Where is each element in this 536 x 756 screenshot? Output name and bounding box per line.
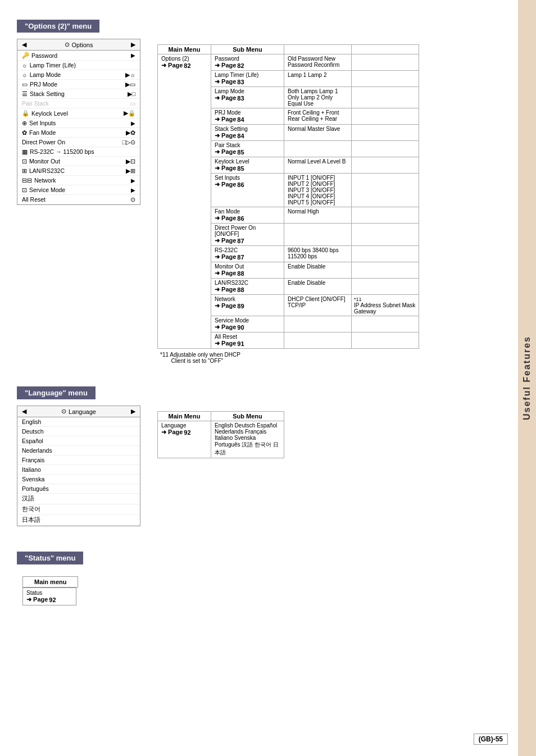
sub-monitor-out: Monitor Out ➜ Page 88 [211,262,284,279]
suboptions-password [352,54,419,71]
main-content: "Options (2)" menu ◀ ⊙ Options ▶ � [0,0,518,756]
menu-item-service: ⊡ Service Mode ▶ [17,185,140,195]
options-service-mode [284,316,352,333]
status-page-ref: ➜ Page 92 [26,596,72,603]
page-ref-87b: ➜ Page 87 [215,253,280,261]
sub-direct-power: Direct Power On [ON/OFF] ➜ Page 87 [211,224,284,246]
lang-main-header: Main Menu [158,412,211,421]
menu-item-rs232c: ▦ RS-232C → 115200 bps [17,147,140,157]
options-password: Old Password New Password Reconfirm [284,54,352,71]
options2-title: "Options (2)" menu [17,20,99,33]
reset-icon: ⊙ [130,196,135,203]
sub-stack: Stack Setting ➜ Page 84 [211,125,284,141]
lamp-timer-icon: ☼ [22,62,28,69]
page-ref-85a: ➜ Page 85 [215,148,280,156]
sub-lan-rs232c: LAN/RS232C ➜ Page 88 [211,279,284,295]
menu-item-stack-setting: ☰ Stack Setting ▶□ [17,89,140,99]
lang-nederlands: Nederlands [17,446,140,456]
menu-item-lan: ⊞ LAN/RS232C ▶⊞ [17,166,140,176]
options-pair-stack [284,141,352,157]
language-menu-box: ◀ ⊙ Language ▶ English Deutsch Español N… [17,406,140,526]
options-rs232c: 9600 bps 38400 bps 115200 bps [284,246,352,262]
sub-lamp-timer: Lamp Timer (Life) ➜ Page 83 [211,71,284,87]
lang-portugues: Português [17,484,140,494]
sub-pair-stack: Pair Stack ➜ Page 85 [211,141,284,157]
lang-japanese: 日本語 [17,515,140,526]
page-ref-82b: ➜ Page 82 [215,62,280,69]
page-ref-83b: ➜ Page 83 [215,94,280,102]
options-icon: ⊙ [65,41,70,48]
lang-diagram-table: Main Menu Sub Menu Language ➜ Page 92 [157,411,284,458]
lang-francais: Français [17,456,140,465]
sub-menu-header: Sub Menu [211,45,284,54]
options-monitor-out: Enable Disable [284,262,352,279]
menu-item-network: ⊟⊟ Network ▶ [17,176,140,185]
page-ref-87a: ➜ Page 87 [215,237,280,244]
menu-title: Options [72,42,93,48]
options-direct-power [284,224,352,246]
page-ref-91: ➜ Page 91 [215,340,280,347]
sub-password: Password ➜ Page 82 [211,54,284,71]
language-title: "Language" menu [17,386,96,399]
lamp-mode-icon: ☼ [22,71,28,78]
options2-section: "Options (2)" menu ◀ ⊙ Options ▶ � [17,11,507,364]
stack-icon: ☰ [22,90,28,97]
status-diagram: Main menu Status ➜ Page 92 [22,576,78,605]
options-fan-mode: Normal High [284,207,352,224]
options-lamp-timer: Lamp 1 Lamp 2 [284,71,352,87]
menu-item-direct-power: Direct Power On □▷⊙ [17,138,140,147]
status-table: Status ➜ Page 92 [22,588,76,605]
options-stack: Normal Master Slave [284,125,352,141]
row-password: Options (2) ➜ Page 82 Password ➜ Page 82… [158,54,419,71]
lang-row: Language ➜ Page 92 English Deutsch Españ… [158,421,284,458]
menu-item-set-inputs: ⊕ Set Inputs ▶ [17,119,140,128]
left-arrow-icon: ◀ [22,41,26,48]
options-header [284,45,352,54]
language-section: "Language" menu ◀ ⊙ Language ▶ English D… [17,378,507,532]
menu-item-pair-stack: Pair Stack ▭ [17,99,140,108]
options-lamp-mode: Both Lamps Lamp 1 Only Lamp 2 Only Equal… [284,87,352,108]
prj-icon: ▭ [22,81,28,88]
options-set-inputs: INPUT 1 [ON/OFF] INPUT 2 [ON/OFF] INPUT … [284,174,352,207]
options-keylock: Normal Level A Level B [284,157,352,174]
fan-icon: ✿ [22,129,27,136]
menu-item-prj-mode: ▭ PRJ Mode ▶▭ [17,80,140,89]
right-tab: Useful Features [518,0,536,756]
lang-right-arrow: ▶ [131,408,135,415]
sub-rs232c: RS-232C ➜ Page 87 [211,246,284,262]
main-menu-header: Main Menu [158,45,211,54]
page-ref-82a: ➜ Page 82 [161,62,207,69]
lan-icon: ⊞ [22,167,27,174]
sub-all-reset: All Reset ➜ Page 91 [211,333,284,349]
menu-item-fan-mode: ✿ Fan Mode ▶✿ [17,128,140,138]
page-number: (GB)-55 [474,734,508,745]
lang-italiano: Italiano [17,465,140,475]
page-ref-88b: ➜ Page 88 [215,286,280,293]
lang-deutsch: Deutsch [17,427,140,436]
page-container: "Options (2)" menu ◀ ⊙ Options ▶ � [0,0,536,756]
sub-service-mode: Service Mode ➜ Page 90 [211,316,284,333]
options-network: DHCP Client [ON/OFF] TCP/IP [284,295,352,316]
sub-set-inputs: Set Inputs ➜ Page 86 [211,174,284,207]
menu-title-row: ◀ ⊙ Options ▶ [17,39,140,51]
lang-main-cell: Language ➜ Page 92 [158,421,211,458]
page-ref-88a: ➜ Page 88 [215,270,280,277]
rs232-icon: ▦ [22,148,28,155]
lang-sub-header: Sub Menu [211,412,284,421]
page-ref-90: ➜ Page 90 [215,324,280,331]
lang-chinese: 汉語 [17,494,140,504]
options-all-reset [284,333,352,349]
lang-title-row: ◀ ⊙ Language ▶ [17,406,140,417]
lang-page-ref: ➜ Page 92 [161,429,207,436]
sub-network: Network ➜ Page 89 [211,295,284,316]
service-icon: ⊡ [22,186,27,193]
options-prj-mode: Front Ceiling + Front Rear Ceiling + Rea… [284,108,352,125]
menu-item-all-reset: All Reset ⊙ [17,195,140,204]
network-icon: ⊟⊟ [22,177,32,184]
options2-menu-box: ◀ ⊙ Options ▶ 🔑 Password ▶ [17,39,140,205]
keylock-icon: 🔒 [22,110,29,117]
network-note: *11 Adjustable only when DHCP Client is … [160,352,419,364]
sub-fan-mode: Fan Mode ➜ Page 86 [211,207,284,224]
menu-item-monitor-out: ⊡ Monitor Out ▶⊡ [17,157,140,166]
lang-svenska: Svenska [17,475,140,484]
